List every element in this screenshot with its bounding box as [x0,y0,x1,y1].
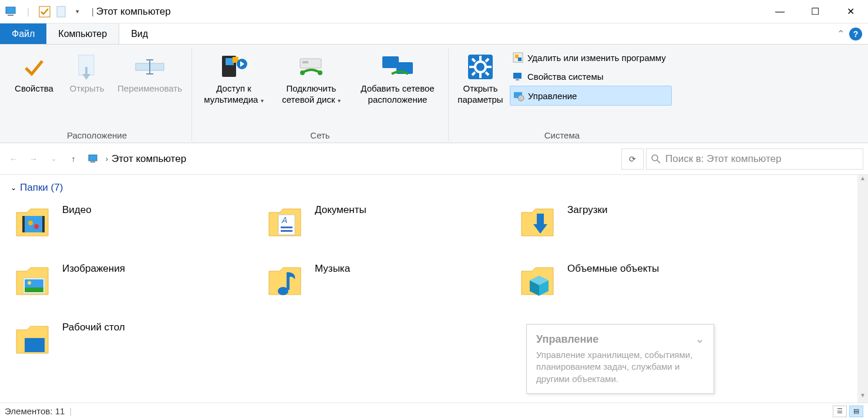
chevron-down-icon: ⌄ [695,333,704,346]
svg-rect-5 [85,67,88,74]
svg-rect-53 [25,288,43,292]
network-drive-icon [297,55,326,79]
ribbon-group-system: Открыть параметры Удалить или изменить п… [449,48,675,141]
status-items-count: Элементов: 11 [5,406,65,416]
folder-video-icon [14,205,52,239]
folder-label: Объемные объекты [567,261,659,275]
check-icon [22,55,46,79]
svg-rect-15 [302,61,308,63]
tab-view[interactable]: Вид [119,23,160,44]
svg-rect-32 [518,58,522,61]
map-drive-button[interactable]: Подключить сетевой диск ▾ [273,48,349,108]
folder-label: Музыка [315,261,350,275]
address-bar: ← → ⌄ ↑ › Этот компьютер ⟳ Поиск в: Этот… [0,143,868,175]
document-icon[interactable] [54,5,68,19]
svg-rect-0 [6,7,15,13]
nav-back-button[interactable]: ← [5,150,22,168]
quick-access-toolbar: | ▾ [0,5,89,19]
system-props-icon [512,70,524,82]
section-folders-label: Папки (7) [20,182,63,194]
manage-icon [513,90,524,102]
ribbon-tabs: Файл Компьютер Вид ⌃ ? [0,23,868,45]
uninstall-program-button[interactable]: Удалить или изменить программу [510,48,672,67]
group-system-title: Система [544,128,580,141]
tab-file[interactable]: Файл [0,23,46,44]
close-button[interactable]: ✕ [833,0,868,23]
media-access-button[interactable]: Доступ к мультимедиа ▾ [196,48,272,108]
folder-3d-icon [519,264,557,298]
manage-button[interactable]: Управление [510,86,672,106]
search-input[interactable]: Поиск в: Этот компьютер [646,148,863,170]
svg-point-45 [34,224,39,229]
svg-point-17 [318,70,322,75]
nav-up-button[interactable]: ↑ [65,150,82,168]
help-button[interactable]: ? [849,28,862,40]
computer-icon [5,5,19,19]
collapse-ribbon-icon[interactable]: ⌃ [837,28,845,39]
svg-rect-42 [22,216,25,232]
properties-check-icon[interactable] [38,5,52,19]
view-details-button[interactable]: ☰ [833,406,847,417]
section-folders-header[interactable]: ⌄ Папки (7) [11,182,847,194]
svg-text:A: A [281,215,287,225]
window-title: Этот компьютер [96,6,171,18]
rename-icon [134,59,165,75]
folder-video[interactable]: Видео [11,200,263,256]
svg-rect-52 [25,279,43,288]
svg-rect-34 [516,79,519,80]
open-settings-button[interactable]: Открыть параметры [452,48,509,108]
chevron-down-icon: ⌄ [11,184,16,192]
network-monitors-icon [380,54,415,80]
vertical-scrollbar[interactable]: ▲ ▼ [857,175,868,403]
svg-rect-38 [90,161,95,163]
group-location-title: Расположение [67,128,127,141]
tooltip-title: Управление [536,333,598,346]
svg-point-54 [28,281,31,285]
qat-dropdown-icon[interactable]: ▾ [70,5,85,19]
nav-forward-button[interactable]: → [25,150,42,168]
breadcrumb[interactable]: › Этот компьютер [85,148,507,170]
open-button[interactable]: Открыть [63,48,110,97]
folder-pictures[interactable]: Изображения [11,258,263,315]
folder-label: Загрузки [567,202,607,216]
svg-rect-56 [287,272,290,290]
svg-rect-18 [382,56,399,68]
crumb-separator-icon[interactable]: › [106,155,108,163]
refresh-button[interactable]: ⟳ [621,148,644,170]
svg-point-44 [28,221,33,225]
svg-rect-37 [89,155,97,161]
folder-downloads[interactable]: Загрузки [516,200,768,256]
system-properties-button[interactable]: Свойства системы [510,67,672,86]
folder-desktop-icon [14,323,52,357]
svg-point-16 [300,70,305,75]
ribbon-group-network: Доступ к мультимедиа ▾ Подключить сетево… [192,48,449,141]
scroll-down-icon[interactable]: ▼ [860,392,866,403]
folder-label: Видео [62,202,92,216]
svg-rect-48 [281,227,292,228]
title-separator: | [92,7,94,16]
scroll-up-icon[interactable]: ▲ [860,175,866,185]
svg-point-39 [652,155,658,161]
folders-grid: Видео A Документы Загрузки Изображения М… [11,200,847,373]
svg-rect-57 [25,338,45,352]
maximize-button[interactable]: ☐ [798,0,833,23]
breadcrumb-root[interactable]: Этот компьютер [112,153,186,165]
content-area[interactable]: ⌄ Папки (7) Видео A Документы Загрузки И… [0,175,857,403]
rename-button[interactable]: Переименовать [112,48,188,97]
svg-rect-11 [226,58,234,65]
tab-computer[interactable]: Компьютер [46,23,119,44]
folder-music[interactable]: Музыка [263,258,516,315]
svg-rect-33 [513,73,522,79]
refresh-icon: ⟳ [629,154,636,164]
add-network-location-button[interactable]: Добавить сетевое расположение [351,48,445,108]
svg-rect-1 [8,15,14,16]
properties-button[interactable]: Свойства [6,48,62,97]
folder-desktop[interactable]: Рабочий стол [11,317,263,373]
group-network-title: Сеть [310,128,329,141]
folder-3d-objects[interactable]: Объемные объекты [516,258,768,315]
view-large-icons-button[interactable]: ▤ [849,406,863,417]
svg-rect-49 [281,230,292,232]
folder-documents[interactable]: A Документы [263,200,516,256]
minimize-button[interactable]: — [762,0,798,23]
nav-history-dropdown[interactable]: ⌄ [45,150,62,168]
